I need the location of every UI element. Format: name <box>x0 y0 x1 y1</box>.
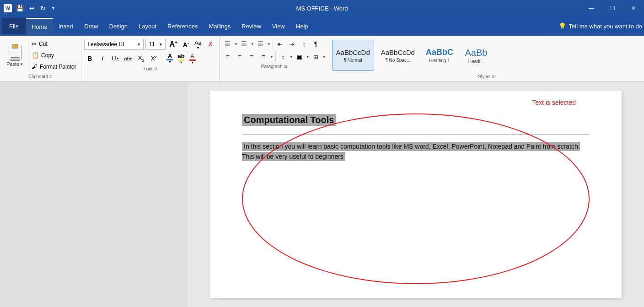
paste-dropdown-arrow[interactable]: ▼ <box>20 62 23 66</box>
menu-item-references[interactable]: References <box>162 18 203 34</box>
shading-button[interactable]: ▣ <box>294 51 305 62</box>
menu-item-file[interactable]: File <box>2 18 26 34</box>
save-quick-btn[interactable]: 💾 <box>15 4 25 13</box>
change-case-arrow: ▼ <box>196 46 199 49</box>
font-family-dropdown[interactable]: Leelawadee UI ▼ <box>84 39 144 50</box>
increase-font-size-button[interactable]: A+ <box>167 39 179 49</box>
style-normal[interactable]: AaBbCcDd ¶ Normal <box>332 40 374 71</box>
document-page: Text is selected Computational Tools In … <box>210 91 622 298</box>
paragraph-label: Paragraph ⊡ <box>222 63 326 70</box>
bullets-button[interactable]: ☰ <box>222 38 233 49</box>
style-no-spacing-preview: AaBbCcDd <box>381 48 415 57</box>
line-spacing-button[interactable]: ↕ <box>278 51 289 62</box>
search-icon: 💡 <box>558 22 566 30</box>
font-color-button[interactable]: A ▼ <box>165 53 174 64</box>
numbering-dropdown[interactable]: ▼ <box>251 42 254 46</box>
paste-button[interactable]: Paste ▼ <box>3 38 27 73</box>
menu-item-draw[interactable]: Draw <box>79 18 103 34</box>
show-formatting-button[interactable]: ¶ <box>311 38 322 49</box>
maximize-button[interactable]: ☐ <box>602 0 623 16</box>
shading-dropdown[interactable]: ▼ <box>306 55 310 59</box>
justify-button[interactable]: ≡ <box>258 51 269 62</box>
highlight-dropdown-arrow[interactable]: ▼ <box>180 61 183 64</box>
format-painter-button[interactable]: 🖌 Format Painter <box>29 62 78 71</box>
paste-icon <box>8 44 22 60</box>
para-row1: ☰ ▼ ☰ ▼ ☰ ▼ ⇤ ⇥ ↕ ¶ <box>222 38 326 50</box>
underline-dropdown-arrow[interactable]: ▼ <box>116 57 119 60</box>
text-color-button2[interactable]: A ▼ <box>188 52 197 65</box>
change-case-button[interactable]: Aa ▼ <box>193 38 204 50</box>
doc-heading-wrapper: Computational Tools <box>242 113 590 126</box>
customize-quick-access-btn[interactable]: ▼ <box>50 5 57 11</box>
menu-search[interactable]: 💡 Tell me what you want to do <box>558 22 642 30</box>
menu-item-mailings[interactable]: Mailings <box>204 18 236 34</box>
borders-dropdown[interactable]: ▼ <box>322 55 326 59</box>
decrease-indent-button[interactable]: ⇤ <box>275 38 286 49</box>
search-label[interactable]: Tell me what you want to do <box>569 23 642 30</box>
clipboard-expander-icon[interactable]: ⊡ <box>49 75 53 79</box>
clipboard-actions: ✂ Cut 📋 Copy 🖌 Format Painter <box>29 38 78 73</box>
font-color-icon: A <box>168 53 172 59</box>
italic-button[interactable]: I <box>97 53 108 64</box>
underline-label: U <box>112 55 116 62</box>
font-color-dropdown-arrow[interactable]: ▼ <box>168 60 172 64</box>
document-area: Text is selected Computational Tools In … <box>188 81 644 307</box>
style-normal-label: ¶ Normal <box>343 58 362 63</box>
font-size-dropdown[interactable]: 11 ▼ <box>145 39 166 50</box>
underline-button[interactable]: U ▼ <box>110 53 121 64</box>
borders-button[interactable]: ⊞ <box>311 51 322 62</box>
highlight-color-button[interactable]: ab ▼ <box>176 52 186 65</box>
clear-formatting-button[interactable]: ✗ <box>205 39 216 50</box>
multilevel-button[interactable]: ☰ <box>255 38 266 49</box>
text-color-dropdown-arrow[interactable]: ▼ <box>191 61 194 64</box>
cut-button[interactable]: ✂ Cut <box>29 40 78 48</box>
menu-item-review[interactable]: Review <box>236 18 267 34</box>
align-left-button[interactable]: ≡ <box>222 51 233 62</box>
justify-icon: ≡ <box>262 53 265 60</box>
subscript-button[interactable]: X2 <box>135 53 146 64</box>
superscript-button[interactable]: X2 <box>148 53 159 64</box>
menu-item-view[interactable]: View <box>267 18 290 34</box>
increase-indent-button[interactable]: ⇥ <box>287 38 298 49</box>
bold-button[interactable]: B <box>84 53 95 64</box>
copy-button[interactable]: 📋 Copy <box>29 51 78 59</box>
cut-label: Cut <box>39 41 48 47</box>
copy-label: Copy <box>41 52 54 59</box>
style-heading1-label: Heading 1 <box>429 58 450 63</box>
para-row2: ≡ ≡ ≡ ≡ ▼ ↕ ▼ ▣ ▼ ⊞ ▼ <box>222 50 326 63</box>
menu-item-insert[interactable]: Insert <box>53 18 79 34</box>
styles-expander-icon[interactable]: ⊡ <box>492 75 495 79</box>
justify-dropdown[interactable]: ▼ <box>270 55 274 59</box>
menu-item-home[interactable]: Home <box>26 18 53 34</box>
document-body[interactable]: In this section you will learn basic com… <box>242 142 580 161</box>
numbering-button[interactable]: ☰ <box>239 38 250 49</box>
style-heading2[interactable]: AaBb Headi... <box>460 40 492 71</box>
sort-button[interactable]: ↕ <box>299 38 310 49</box>
font-expander-icon[interactable]: ⊡ <box>154 67 157 71</box>
style-no-spacing[interactable]: AaBbCcDd ¶ No Spac... <box>377 40 419 71</box>
close-button[interactable]: ✕ <box>623 0 644 16</box>
menu-item-help[interactable]: Help <box>290 18 314 34</box>
align-center-button[interactable]: ≡ <box>234 51 245 62</box>
multilevel-dropdown[interactable]: ▼ <box>267 42 271 46</box>
line-spacing-dropdown[interactable]: ▼ <box>290 55 293 59</box>
selection-label: Text is selected <box>532 99 576 106</box>
strikethrough-icon: abc <box>124 56 133 61</box>
window-title: MS OFFICE - Word <box>296 5 348 12</box>
paragraph-expander-icon[interactable]: ⊡ <box>284 65 287 69</box>
cut-icon: ✂ <box>32 41 37 48</box>
document-heading[interactable]: Computational Tools <box>242 114 336 126</box>
strikethrough-button[interactable]: abc <box>123 53 134 64</box>
align-right-button[interactable]: ≡ <box>246 51 257 62</box>
style-heading1-preview: AaBbC <box>426 48 453 58</box>
decrease-font-size-button[interactable]: A- <box>181 40 191 49</box>
copy-icon: 📋 <box>32 52 39 59</box>
style-heading2-label: Headi... <box>468 59 484 64</box>
menu-item-layout[interactable]: Layout <box>133 18 162 34</box>
redo-quick-btn[interactable]: ↻ <box>39 4 47 13</box>
minimize-button[interactable]: — <box>581 0 602 16</box>
bullets-dropdown[interactable]: ▼ <box>234 42 238 46</box>
menu-item-design[interactable]: Design <box>104 18 133 34</box>
style-heading1[interactable]: AaBbC Heading 1 <box>422 40 457 71</box>
undo-quick-btn[interactable]: ↩ <box>28 4 36 13</box>
